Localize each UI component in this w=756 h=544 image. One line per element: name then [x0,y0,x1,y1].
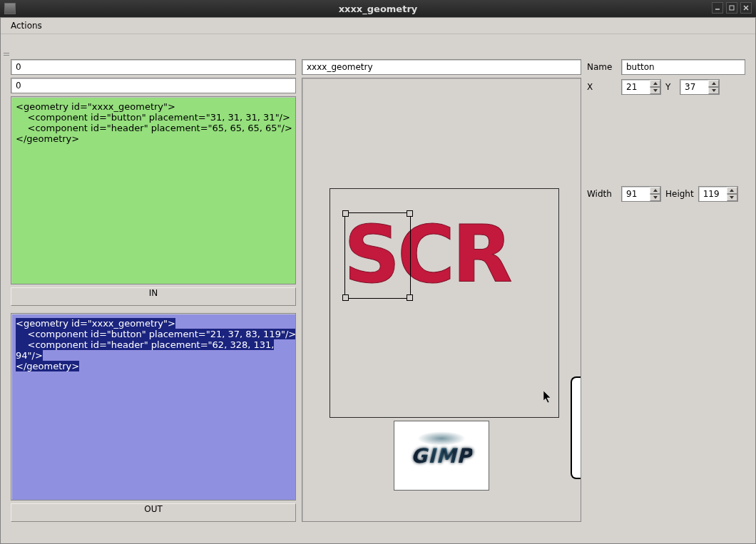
window-buttons [712,2,752,14]
width-spin [650,187,660,201]
client-area: Actions <geometry id="xxxx_geometry"> <c… [0,17,756,544]
thumbnail-gimp-text: GIMP [411,444,472,468]
close-button[interactable] [740,2,752,14]
label-height: Height [665,189,694,199]
thumbnail-gimp[interactable]: GIMP [394,421,489,491]
height-spin-down[interactable] [727,194,737,201]
label-y: Y [665,82,675,92]
minimize-button[interactable] [712,2,723,14]
x-spin-up[interactable] [650,80,660,87]
svg-rect-1 [730,6,734,10]
app-icon [4,3,16,14]
name-field[interactable] [621,59,745,75]
right-column: Name X Y [587,59,745,522]
text-out[interactable]: <geometry id="xxxx_geometry"> <component… [11,313,296,501]
label-x: X [587,82,617,92]
handle-nw[interactable] [342,210,349,217]
menu-actions[interactable]: Actions [5,19,48,32]
handle-sw[interactable] [342,294,349,301]
application-window: xxxx_geometry Actions [0,0,756,544]
thumbnail-row: GIMP [302,421,581,491]
cursor-icon [543,391,552,404]
y-spin-down[interactable] [708,87,719,94]
maximize-button[interactable] [726,2,737,14]
left-input-1[interactable] [11,59,296,75]
left-column: <geometry id="xxxx_geometry"> <component… [11,59,296,522]
label-width: Width [587,189,617,199]
text-in[interactable]: <geometry id="xxxx_geometry"> <component… [11,96,296,284]
height-spin-up[interactable] [727,187,737,194]
middle-column: SCR GIMP [302,59,581,522]
out-button[interactable]: OUT [11,503,296,522]
height-spin [727,187,737,201]
left-input-2[interactable] [11,78,296,93]
x-spin-down[interactable] [650,87,660,94]
selection-rect[interactable] [344,212,411,299]
canvas-title-input[interactable] [302,59,581,75]
y-spin-up[interactable] [708,80,719,87]
window-title: xxxx_geometry [0,4,756,14]
in-button[interactable]: IN [11,287,296,306]
width-spin-down[interactable] [650,194,660,201]
x-spin [650,80,660,94]
width-spin-up[interactable] [650,187,660,194]
content: <geometry id="xxxx_geometry"> <component… [1,51,755,543]
y-spin [708,80,719,94]
label-name: Name [587,62,617,72]
canvas-panel[interactable]: SCR GIMP [302,78,581,522]
handle-ne[interactable] [407,210,413,217]
titlebar[interactable]: xxxx_geometry [0,0,756,18]
handle-se[interactable] [407,294,413,301]
side-fragment [571,376,581,479]
menubar: Actions [1,18,755,34]
